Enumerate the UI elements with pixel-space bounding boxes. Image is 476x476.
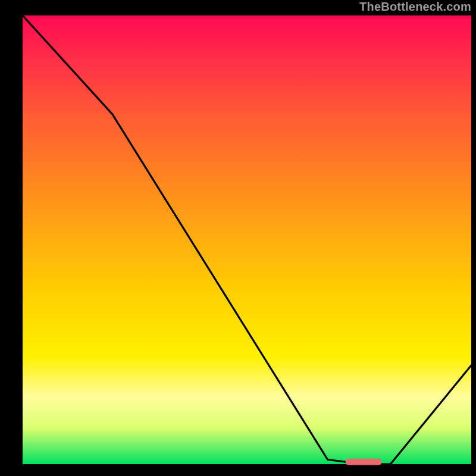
chart-overlay	[0, 0, 476, 476]
bottleneck-curve	[23, 15, 471, 464]
optimum-marker	[346, 459, 381, 465]
chart-stage: TheBottleneck.com	[0, 0, 476, 476]
